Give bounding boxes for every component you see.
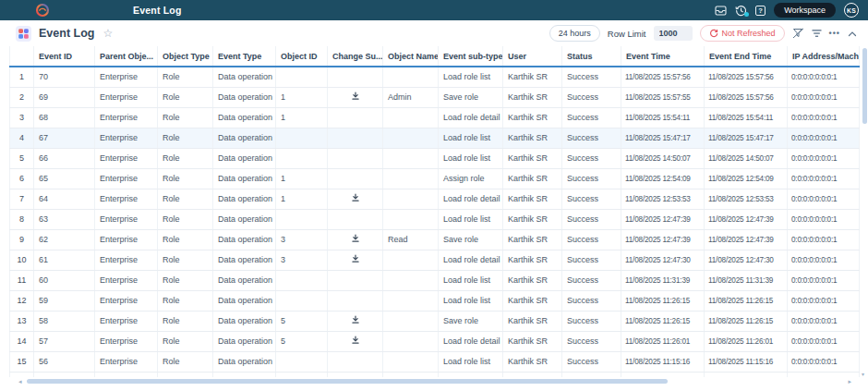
cell-ip-address: 0:0:0:0:0:0:0:1 [788, 229, 860, 250]
column-header-object-id[interactable]: Object ID [276, 46, 328, 67]
cell-event-type: Data operation [213, 290, 276, 311]
download-icon[interactable] [351, 234, 360, 245]
column-header-event-end-time[interactable]: Event End Time [705, 46, 788, 67]
cell-parent-object: Enterprise [95, 229, 158, 250]
cell-object-id: 1 [276, 107, 328, 128]
table-row[interactable]: 12 59 Enterprise Role Data operation Loa… [10, 290, 860, 311]
cell-user: Karthik SR [503, 351, 562, 372]
collapse-chevron-icon[interactable] [848, 31, 857, 37]
row-limit-input[interactable] [654, 26, 693, 41]
cell-object-id [276, 270, 328, 290]
filter-off-icon[interactable] [792, 28, 804, 39]
table-row[interactable]: 8 63 Enterprise Role Data operation Load… [10, 209, 860, 229]
cell-object-type: Role [158, 67, 213, 87]
vertical-scrollbar-thumb[interactable] [862, 48, 867, 124]
cell-status: Success [562, 351, 621, 372]
scroll-down-arrow-icon[interactable]: ▾ [862, 371, 864, 377]
cell-ip-address: 0:0:0:0:0:0:0:1 [788, 250, 860, 270]
cell-event-sub-type: Save role [439, 87, 503, 107]
cell-event-id: 69 [34, 87, 95, 107]
cell-ip-address: 0:0:0:0:0:0:0:1 [788, 209, 860, 229]
cell-event-type: Data operation [213, 67, 276, 87]
horizontal-scrollbar[interactable]: ◂ ▸ [18, 378, 850, 385]
user-avatar[interactable]: KS [844, 3, 859, 18]
cell-object-type: Role [158, 107, 213, 128]
favorite-star-icon[interactable]: ☆ [102, 28, 113, 39]
cell-event-end-time: 11/08/2025 15:54:11 [705, 107, 788, 128]
column-header-event-type[interactable]: Event Type [213, 46, 276, 67]
column-header-status[interactable]: Status [562, 46, 621, 67]
column-header-event-id[interactable]: Event ID [34, 46, 95, 67]
table-row[interactable]: 15 56 Enterprise Role Data operation Loa… [10, 351, 860, 372]
history-icon[interactable] [735, 5, 747, 17]
cell-event-type: Data operation [213, 209, 276, 229]
cell-event-sub-type: Load role list [439, 209, 503, 229]
table-row[interactable]: 9 62 Enterprise Role Data operation 3 Re… [10, 229, 860, 250]
download-icon[interactable] [351, 336, 360, 347]
table-row[interactable]: 3 68 Enterprise Role Data operation 1 Lo… [10, 107, 860, 128]
column-header-event-time[interactable]: Event Time [621, 46, 705, 67]
cell-event-type: Data operation [213, 351, 276, 372]
row-number: 2 [10, 87, 34, 107]
table-row[interactable]: 14 57 Enterprise Role Data operation 5 L… [10, 331, 860, 351]
page-title: Event Log [39, 27, 94, 40]
table-row[interactable]: 13 58 Enterprise Role Data operation 5 S… [10, 311, 860, 331]
cell-parent-object: Enterprise [95, 250, 158, 270]
cell-status: Success [562, 290, 621, 311]
cell-event-time: 11/08/2025 15:57:56 [621, 67, 705, 87]
column-header-ip-address[interactable]: IP Address/Machine [788, 46, 860, 67]
column-header-user[interactable]: User [503, 46, 562, 67]
cell-user: Karthik SR [503, 189, 562, 209]
table-row[interactable]: 7 64 Enterprise Role Data operation 1 Lo… [10, 189, 860, 209]
cell-parent-object: Enterprise [95, 107, 158, 128]
table-row[interactable]: 1 70 Enterprise Role Data operation Load… [10, 67, 860, 87]
cell-event-id: 59 [34, 290, 95, 311]
table-row[interactable]: 11 60 Enterprise Role Data operation Loa… [10, 270, 860, 290]
inbox-icon[interactable] [715, 6, 727, 16]
cell-user: Karthik SR [503, 87, 562, 107]
table-row[interactable]: 5 66 Enterprise Role Data operation Load… [10, 148, 860, 168]
column-header-object-name[interactable]: Object Name [383, 46, 439, 67]
column-header-object-type[interactable]: Object Type [158, 46, 213, 67]
download-icon[interactable] [351, 193, 360, 204]
cell-user: Karthik SR [503, 148, 562, 168]
cell-event-sub-type: Load role detail [439, 189, 503, 209]
cell-object-type: Role [158, 209, 213, 229]
cell-object-type: Role [158, 87, 213, 107]
cell-ip-address: 0:0:0:0:0:0:0:1 [788, 290, 860, 311]
scroll-left-arrow-icon[interactable]: ◂ [18, 377, 22, 385]
cell-event-id: 66 [34, 148, 95, 168]
cell-event-end-time: 11/08/2025 11:26:15 [705, 311, 788, 331]
brand-logo-icon[interactable] [35, 3, 50, 18]
table-row[interactable]: 2 69 Enterprise Role Data operation 1 Ad… [10, 87, 860, 107]
table-row[interactable]: 10 61 Enterprise Role Data operation 3 L… [10, 250, 860, 270]
cell-object-id: 5 [276, 311, 328, 331]
cell-object-id: 1 [276, 168, 328, 189]
scroll-right-arrow-icon[interactable]: ▸ [848, 377, 851, 385]
cell-event-id: 68 [34, 107, 95, 128]
time-range-button[interactable]: 24 hours [549, 25, 600, 42]
column-header-event-sub-type[interactable]: Event sub-type [439, 46, 503, 67]
cell-event-sub-type: Load role detail [439, 107, 503, 128]
cell-parent-object: Enterprise [95, 189, 158, 209]
column-header-parent-object[interactable]: Parent Obje... [95, 46, 158, 67]
cell-parent-object: Enterprise [95, 351, 158, 372]
cell-object-type: Role [158, 148, 213, 168]
table-row[interactable]: 6 65 Enterprise Role Data operation 1 As… [10, 168, 860, 189]
more-options-icon[interactable]: ••• [829, 29, 840, 38]
cell-event-type: Data operation [213, 148, 276, 168]
cell-object-name [383, 128, 439, 148]
cell-ip-address: 0:0:0:0:0:0:0:1 [788, 87, 860, 107]
help-icon[interactable]: ? [755, 6, 766, 16]
workspace-button[interactable]: Workspace [774, 3, 836, 18]
vertical-scrollbar[interactable]: ▾ [862, 48, 867, 373]
table-row[interactable]: 4 67 Enterprise Role Data operation Load… [10, 128, 860, 148]
cell-event-sub-type: Save role [439, 311, 503, 331]
column-header-change-summary[interactable]: Change Su... [328, 46, 383, 67]
download-icon[interactable] [351, 254, 360, 265]
download-icon[interactable] [351, 92, 360, 103]
horizontal-scrollbar-thumb[interactable] [27, 379, 668, 384]
sort-lines-icon[interactable] [812, 29, 822, 38]
download-icon[interactable] [351, 315, 360, 326]
refresh-status-button[interactable]: Not Refreshed [700, 25, 785, 42]
